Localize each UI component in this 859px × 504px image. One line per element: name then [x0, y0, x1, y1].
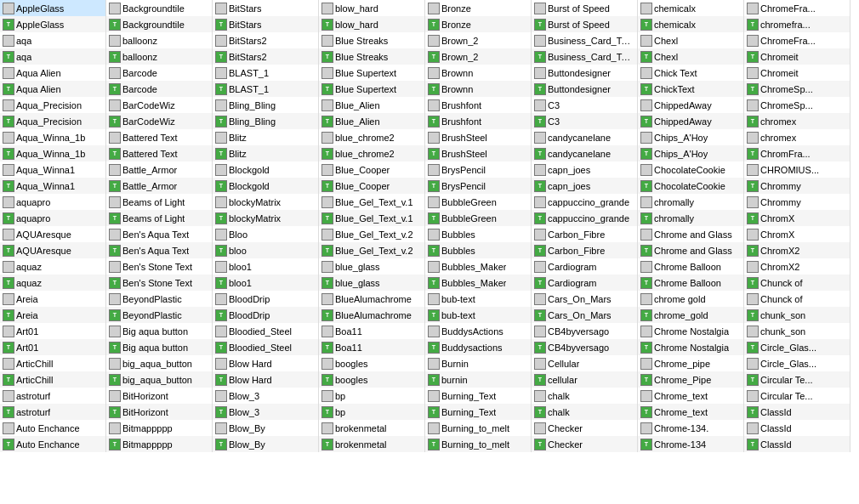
list-item[interactable]: TChrome_Pipe — [638, 371, 743, 388]
list-item[interactable]: boogles — [319, 355, 424, 371]
list-item[interactable]: TBurning_Text — [425, 404, 531, 420]
list-item[interactable]: TBubbles — [425, 242, 531, 258]
list-item[interactable]: AQUAresque — [0, 226, 105, 242]
list-item[interactable]: astroturf — [0, 388, 105, 404]
list-item[interactable]: TBitmappppp — [106, 436, 212, 452]
list-item[interactable]: BarCodeWiz — [106, 97, 212, 113]
list-item[interactable]: TChecker — [532, 436, 637, 452]
list-item[interactable]: aquapro — [0, 194, 105, 210]
list-item[interactable]: TBubbles_Maker — [425, 275, 531, 291]
list-item[interactable]: TChromX — [744, 210, 850, 226]
list-item[interactable]: TBlockgold — [213, 178, 318, 194]
list-item[interactable]: BubbleGreen — [425, 194, 531, 210]
list-item[interactable]: Aqua_Winna_1b — [0, 129, 105, 145]
list-item[interactable]: TClassId — [744, 436, 850, 452]
list-item[interactable]: BrysPencil — [425, 161, 531, 178]
list-item[interactable]: Aqua_Winna1 — [0, 161, 105, 178]
list-item[interactable]: TBrushSteel — [425, 145, 531, 161]
list-item[interactable]: TBrown_2 — [425, 48, 531, 65]
list-item[interactable]: aqa — [0, 32, 105, 48]
list-item[interactable]: Circle_Glas... — [744, 355, 850, 371]
list-item[interactable]: TBlue_Gel_Text_v.2 — [319, 242, 424, 258]
list-item[interactable]: Tchemicalx — [638, 16, 743, 32]
list-item[interactable]: Chrommy — [744, 194, 850, 210]
list-item[interactable]: Aqua Alien — [0, 65, 105, 81]
list-item[interactable]: TBusiness_Card_Template — [532, 48, 637, 65]
list-item[interactable]: TAqua_Winna_1b — [0, 145, 105, 161]
list-item[interactable]: Brownn — [425, 65, 531, 81]
list-item[interactable]: TBlue_Cooper — [319, 178, 424, 194]
list-item[interactable]: Tblue_glass — [319, 275, 424, 291]
list-item[interactable]: Auto Enchance — [0, 420, 105, 436]
list-item[interactable]: bub-text — [425, 291, 531, 307]
list-item[interactable]: TBlue Streaks — [319, 48, 424, 65]
list-item[interactable]: TBlue Supertext — [319, 81, 424, 97]
list-item[interactable]: TBackgroundtile — [106, 16, 212, 32]
list-item[interactable]: TChromeSp... — [744, 81, 850, 97]
list-item[interactable]: Tcappuccino_grande — [532, 210, 637, 226]
list-item[interactable]: Chrome_text — [638, 388, 743, 404]
main-container[interactable]: AppleGlassTAppleGlassaqaTaqaAqua AlienTA… — [0, 0, 859, 504]
list-item[interactable]: TBen's Aqua Text — [106, 242, 212, 258]
list-item[interactable]: Blockgold — [213, 161, 318, 178]
list-item[interactable]: TCB4byversago — [532, 339, 637, 355]
list-item[interactable]: Bloodied_Steel — [213, 323, 318, 339]
list-item[interactable]: AppleGlass — [0, 0, 105, 16]
list-item[interactable]: TClassId — [744, 404, 850, 420]
list-item[interactable]: Chick Text — [638, 65, 743, 81]
list-item[interactable]: Cars_On_Mars — [532, 291, 637, 307]
list-item[interactable]: TBlueAlumachrome — [319, 307, 424, 323]
list-item[interactable]: Burning_to_melt — [425, 420, 531, 436]
list-item[interactable]: TCardiogram — [532, 275, 637, 291]
list-item[interactable]: Boa11 — [319, 323, 424, 339]
list-item[interactable]: CB4byversago — [532, 323, 637, 339]
list-item[interactable]: Tchunk_son — [744, 307, 850, 323]
list-item[interactable]: big_aqua_button — [106, 355, 212, 371]
list-item[interactable]: TBlow Hard — [213, 371, 318, 388]
list-item[interactable]: chemicalx — [638, 0, 743, 16]
list-item[interactable]: TButtondesigner — [532, 81, 637, 97]
list-item[interactable]: TChickText — [638, 81, 743, 97]
list-item[interactable]: TChromFra... — [744, 145, 850, 161]
list-item[interactable]: TBrushfont — [425, 113, 531, 129]
list-item[interactable]: TBitHorizont — [106, 404, 212, 420]
list-item[interactable]: Tbloo — [213, 242, 318, 258]
list-item[interactable]: TAuto Enchance — [0, 436, 105, 452]
list-item[interactable]: Bloo — [213, 226, 318, 242]
list-item[interactable]: Bronze — [425, 0, 531, 16]
list-item[interactable]: TC3 — [532, 113, 637, 129]
list-item[interactable]: blockyMatrix — [213, 194, 318, 210]
list-item[interactable]: Battered Text — [106, 129, 212, 145]
list-item[interactable]: BlueAlumachrome — [319, 291, 424, 307]
list-item[interactable]: TBen's Stone Text — [106, 275, 212, 291]
list-item[interactable]: blow_hard — [319, 0, 424, 16]
list-item[interactable]: TBlitz — [213, 145, 318, 161]
list-item[interactable]: chromex — [744, 129, 850, 145]
list-item[interactable]: TAreia — [0, 307, 105, 323]
list-item[interactable]: TBattered Text — [106, 145, 212, 161]
list-item[interactable]: balloonz — [106, 32, 212, 48]
list-item[interactable]: chromally — [638, 194, 743, 210]
list-item[interactable]: TBloodDrip — [213, 307, 318, 323]
list-item[interactable]: Tbub-text — [425, 307, 531, 323]
list-item[interactable]: ChippedAway — [638, 97, 743, 113]
list-item[interactable]: ChocolateCookie — [638, 161, 743, 178]
list-item[interactable]: TChips_A'Hoy — [638, 145, 743, 161]
list-item[interactable]: capn_joes — [532, 161, 637, 178]
list-item[interactable]: TBeyondPlastic — [106, 307, 212, 323]
list-item[interactable]: bp — [319, 388, 424, 404]
list-item[interactable]: TBling_Bling — [213, 113, 318, 129]
list-item[interactable]: cappuccino_grande — [532, 194, 637, 210]
list-item[interactable]: TChrome_text — [638, 404, 743, 420]
list-item[interactable]: TBuddysactions — [425, 339, 531, 355]
list-item[interactable]: TBurst of Speed — [532, 16, 637, 32]
list-item[interactable]: bloo1 — [213, 258, 318, 275]
list-item[interactable]: Burning_Text — [425, 388, 531, 404]
list-item[interactable]: TCarbon_Fibre — [532, 242, 637, 258]
list-item[interactable]: Areia — [0, 291, 105, 307]
list-item[interactable]: Bling_Bling — [213, 97, 318, 113]
list-item[interactable]: TBarCodeWiz — [106, 113, 212, 129]
list-item[interactable]: Big aqua button — [106, 323, 212, 339]
list-item[interactable]: Taquapro — [0, 210, 105, 226]
list-item[interactable]: TBloodied_Steel — [213, 339, 318, 355]
